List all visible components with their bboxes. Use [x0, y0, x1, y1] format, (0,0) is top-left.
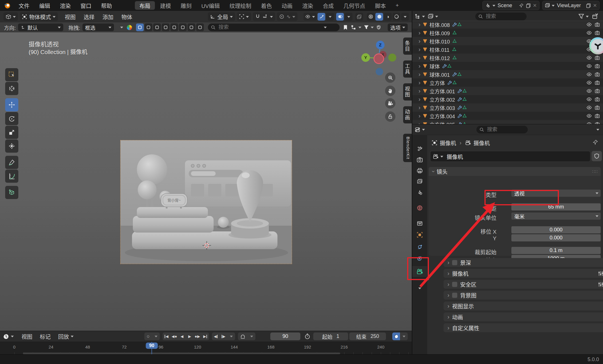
snapping-cluster[interactable]	[253, 12, 275, 21]
chevron-right-icon[interactable]: ›	[416, 71, 423, 78]
workspace-tab[interactable]: 几何节点	[339, 1, 370, 10]
workspace-tab[interactable]: 脚本	[371, 1, 391, 10]
collection-tab[interactable]	[412, 218, 427, 229]
chevron-right-icon[interactable]: ›	[416, 21, 423, 28]
rotate-tool[interactable]	[5, 112, 18, 125]
viewlayer-selector[interactable]: ViewLayer ✕	[542, 1, 600, 10]
play-reverse-button[interactable]: ◀	[178, 332, 186, 340]
stopwatch-icon[interactable]	[304, 333, 310, 339]
chevron-right-icon[interactable]: ›	[416, 104, 423, 111]
timeline-menu-item[interactable]: 标记	[36, 332, 54, 340]
visibility-dropdown[interactable]	[304, 13, 317, 21]
auto-keying-button[interactable]	[238, 332, 248, 340]
shift-y-field[interactable]: 0.000	[511, 234, 601, 241]
options-dropdown[interactable]: 选项	[388, 23, 408, 31]
3d-viewport[interactable]: 背小背~	[0, 32, 412, 331]
blenderkit-category-scene-icon[interactable]	[153, 23, 161, 31]
outliner-row[interactable]: ›柱体.012	[412, 54, 603, 62]
world-tab[interactable]	[412, 202, 427, 213]
direction-dropdown[interactable]: 默认	[18, 23, 63, 31]
menubar-item[interactable]: 渲染	[55, 0, 76, 11]
select-box-tool[interactable]	[5, 68, 18, 81]
panel-3[interactable]: ›安全区∷∷	[444, 280, 603, 289]
drag-dropdown[interactable]: 框选	[82, 23, 114, 31]
hide-in-viewport-eye-icon[interactable]	[586, 80, 592, 85]
next-keyframe-button[interactable]: ◆▶	[194, 332, 201, 340]
render-tab[interactable]	[412, 154, 427, 165]
scene-tab[interactable]	[412, 187, 427, 198]
transform-tool[interactable]	[5, 139, 18, 153]
chevron-down-icon[interactable]	[596, 129, 599, 132]
remove-viewlayer-icon[interactable]: ✕	[593, 3, 597, 9]
outliner-row[interactable]: ›立方体.003	[412, 103, 603, 112]
panel-1[interactable]: ›景深∷∷	[444, 258, 603, 267]
jump-to-end-button[interactable]: ▶	[201, 332, 209, 340]
previous-keyframe-button[interactable]: ◀◆	[170, 332, 178, 340]
physics-tab[interactable]	[412, 241, 427, 252]
breadcrumb-object[interactable]: 摄像机	[440, 139, 456, 147]
disable-in-render-camera-icon[interactable]	[595, 105, 600, 110]
workspace-tab[interactable]: 建模	[155, 1, 176, 10]
lock-view-button[interactable]	[385, 111, 395, 122]
timeline-editor-button[interactable]	[3, 333, 14, 340]
outliner-row[interactable]: ›球体	[412, 62, 603, 70]
measure-tool[interactable]	[5, 170, 18, 183]
filter-funnel-icon[interactable]	[578, 13, 589, 19]
viewport-menu-item[interactable]: 添加	[98, 13, 117, 21]
properties-search-input[interactable]	[486, 126, 525, 133]
properties-search[interactable]	[476, 126, 528, 133]
chevron-right-icon[interactable]: ›	[416, 113, 423, 119]
chevron-right-icon[interactable]: ›	[416, 63, 423, 69]
panel-7[interactable]: ›自定义属性∷∷	[444, 323, 603, 332]
blenderkit-category-material-icon[interactable]	[145, 23, 152, 31]
sort-hierarchy-icon[interactable]	[351, 25, 361, 30]
cursor-tool[interactable]	[5, 82, 18, 95]
blenderkit-category-model-icon[interactable]	[136, 23, 144, 31]
panel-checkbox[interactable]	[452, 293, 457, 298]
object-tab[interactable]	[412, 229, 427, 240]
workspace-tab[interactable]: 渲染	[298, 1, 318, 10]
outliner-row[interactable]: ›柱体.009	[412, 29, 603, 37]
frame-start-field[interactable]: 起始 1	[313, 332, 348, 340]
workspace-tab[interactable]: 纹理绘制	[225, 1, 256, 10]
sidebar-tab-3[interactable]: 视图	[403, 83, 412, 101]
chevron-right-icon[interactable]: ›	[416, 29, 423, 36]
next-frame-button[interactable]: ▶	[220, 332, 227, 340]
outliner-search[interactable]	[475, 13, 527, 20]
disable-in-render-camera-icon[interactable]	[595, 22, 600, 27]
solid-shading-button[interactable]	[375, 13, 383, 21]
sliders-icon[interactable]	[598, 282, 603, 287]
disable-in-render-camera-icon[interactable]	[595, 30, 600, 36]
frame-step-dropdown[interactable]	[227, 332, 235, 340]
hide-in-viewport-eye-icon[interactable]	[586, 88, 592, 94]
blenderkit-category-print-icon[interactable]	[196, 23, 204, 31]
pivot-point-button[interactable]	[237, 12, 251, 21]
hide-in-viewport-eye-icon[interactable]	[586, 30, 592, 36]
new-viewlayer-icon[interactable]	[586, 3, 591, 8]
blenderkit-category-brush-icon[interactable]	[170, 23, 178, 31]
chevron-right-icon[interactable]: ›	[416, 121, 423, 124]
new-scene-icon[interactable]	[526, 3, 531, 8]
outliner-row[interactable]: ›柱体.010	[412, 37, 603, 45]
show-gizmo-toggle[interactable]	[318, 13, 325, 21]
sidebar-tab-2[interactable]: 工具	[403, 60, 412, 78]
outliner-row[interactable]: ›立方体	[412, 78, 603, 87]
menubar-item[interactable]: 编辑	[34, 0, 55, 11]
viewport-menu-item[interactable]: 视图	[61, 13, 80, 21]
mode-selector[interactable]: 物体模式	[20, 12, 58, 21]
panel-4[interactable]: ›背景图∷∷	[444, 291, 603, 300]
disable-in-render-camera-icon[interactable]	[595, 97, 600, 102]
outliner-row[interactable]: ›立方体.002	[412, 95, 603, 103]
properties-editor-button[interactable]	[415, 127, 425, 133]
panel-grip-icon[interactable]: ∷∷	[592, 169, 598, 174]
camera-view-button[interactable]	[385, 98, 395, 109]
sliders-icon[interactable]	[598, 271, 603, 276]
output-tab[interactable]	[412, 165, 427, 176]
blender-logo-icon[interactable]	[3, 2, 11, 9]
annotate-tool[interactable]	[5, 156, 18, 169]
chevron-right-icon[interactable]: ›	[416, 46, 423, 53]
gizmo-dropdown[interactable]	[326, 13, 334, 21]
hide-in-viewport-eye-icon[interactable]	[586, 22, 592, 27]
proportional-editing[interactable]: ∿	[277, 12, 297, 21]
add-workspace-button[interactable]: +	[391, 1, 403, 10]
